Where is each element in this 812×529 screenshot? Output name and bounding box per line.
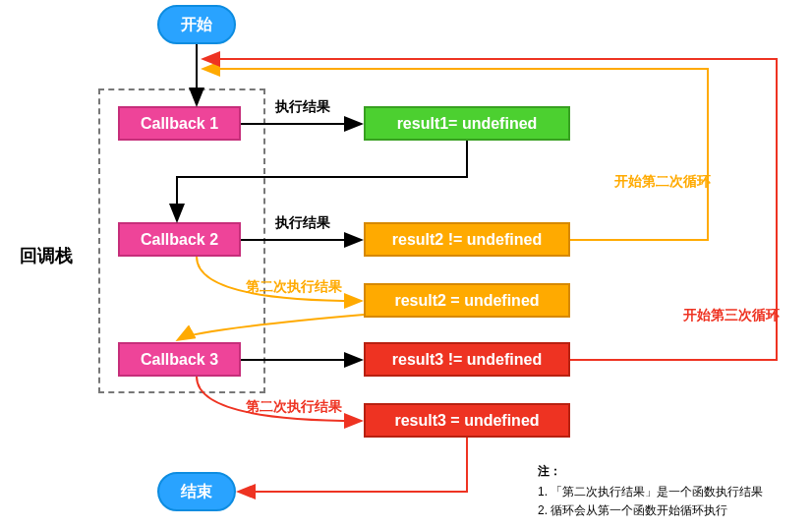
end-node: 结束 bbox=[157, 472, 236, 511]
r2a-text: result2 != undefined bbox=[392, 231, 542, 249]
diagram-canvas: 回调栈 开始 结束 Callback 1 Callback 2 Callback… bbox=[0, 0, 812, 529]
exec-label-2: 执行结果 bbox=[275, 214, 330, 232]
cb1-text: Callback 1 bbox=[141, 115, 218, 133]
r3a-text: result3 != undefined bbox=[392, 351, 542, 369]
result-2a: result2 != undefined bbox=[364, 222, 570, 257]
end-text: 结束 bbox=[181, 482, 212, 502]
cb2-text: Callback 2 bbox=[141, 231, 218, 249]
notes-title: 注： bbox=[538, 462, 763, 481]
notes-block: 注： 1. 「第二次执行结果」是一个函数执行结果 2. 循环会从第一个函数开始循… bbox=[538, 462, 763, 521]
result-3b: result3 = undefined bbox=[364, 403, 570, 438]
cb3-text: Callback 3 bbox=[141, 351, 218, 369]
r3b-text: result3 = undefined bbox=[394, 412, 539, 430]
result-2b: result2 = undefined bbox=[364, 283, 570, 318]
r2b-text: result2 = undefined bbox=[394, 292, 539, 310]
start-node: 开始 bbox=[157, 5, 236, 44]
note-1: 1. 「第二次执行结果」是一个函数执行结果 bbox=[538, 483, 763, 501]
second-exec-a: 第二次执行结果 bbox=[246, 278, 342, 296]
second-exec-b: 第二次执行结果 bbox=[246, 398, 342, 416]
note-2: 2. 循环会从第一个函数开始循环执行 bbox=[538, 501, 763, 520]
callback-3: Callback 3 bbox=[118, 342, 241, 377]
result-1: result1= undefined bbox=[364, 106, 570, 141]
result-3a: result3 != undefined bbox=[364, 342, 570, 377]
callback-1: Callback 1 bbox=[118, 106, 241, 141]
exec-label-1: 执行结果 bbox=[275, 98, 330, 116]
loop3-label: 开始第三次循环 bbox=[683, 307, 780, 324]
loop2-label: 开始第二次循环 bbox=[614, 173, 711, 191]
callback-2: Callback 2 bbox=[118, 222, 241, 257]
start-text: 开始 bbox=[181, 15, 212, 35]
stack-label: 回调栈 bbox=[20, 244, 73, 267]
r1-text: result1= undefined bbox=[397, 115, 538, 133]
